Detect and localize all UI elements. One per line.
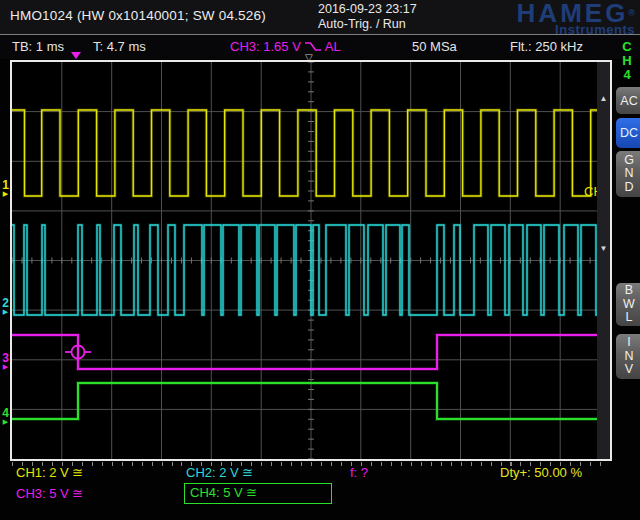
scroll-up-icon[interactable]: ▲ — [597, 95, 610, 103]
ch1-readout[interactable]: CH1: 2 V ≅ — [16, 465, 83, 480]
channel-ch1-position-marker[interactable]: 1▶ — [0, 180, 11, 199]
freq-readout: f: ? — [350, 465, 368, 480]
datetime-block: 2016-09-23 23:17 Auto-Trig. / Run — [318, 2, 417, 32]
timebase-readout: TB: 1 ms — [12, 39, 64, 54]
menu-scrollbar: ▲ ▼ — [597, 62, 610, 459]
ch4-readout-box[interactable]: CH4: 5 V ≅ — [184, 483, 332, 504]
softkey-ac[interactable]: AC — [616, 87, 640, 114]
channel-ch2-position-marker[interactable]: 2▶ — [0, 298, 11, 317]
channel-ch3-position-marker[interactable]: 3▶ — [0, 353, 11, 372]
oscilloscope-screen: HMO1024 (HW 0x10140001; SW 04.526) 2016-… — [0, 0, 640, 520]
duty-cycle-readout: Dty+: 50.00 % — [500, 465, 582, 480]
ch3-readout[interactable]: CH3: 5 V ≅ — [16, 486, 83, 501]
scroll-down-icon[interactable]: ▼ — [597, 245, 610, 253]
waveform-display: CH. ▲ ▼ — [10, 60, 612, 461]
trigger-mode-suffix: AL — [325, 39, 341, 54]
softkey-gnd[interactable]: GND — [616, 151, 640, 197]
hameg-logo: HAMEG® Instruments — [517, 0, 635, 37]
softkey-bwl[interactable]: BWL — [616, 283, 640, 326]
filter-readout: Flt.: 250 kHz — [510, 39, 583, 54]
ch4-readout: CH4: 5 V ≅ — [190, 485, 257, 500]
softkey-dc[interactable]: DC — [616, 118, 640, 148]
trigger-source-level: CH3: 1.65 V — [230, 39, 301, 54]
softkey-inv[interactable]: INV — [616, 334, 640, 379]
datetime-label: 2016-09-23 23:17 — [318, 2, 417, 17]
waveform-plot: CH. — [12, 62, 610, 459]
trigger-level-readout: CH3: 1.65 VAL — [230, 39, 341, 54]
channel-ch4-position-marker[interactable]: 4▶ — [0, 408, 11, 427]
sample-rate-readout: 50 MSa — [412, 39, 457, 54]
ch2-readout[interactable]: CH2: 2 V ≅ — [186, 465, 253, 480]
trigger-position-marker[interactable] — [71, 52, 81, 59]
registered-mark: ® — [628, 8, 635, 18]
status-bar: TB: 1 ms T: 4.7 ms CH3: 1.65 VAL 50 MSa … — [0, 35, 640, 59]
menu-channel-label: CH4 — [621, 40, 633, 82]
trigger-status-label: Auto-Trig. / Run — [318, 17, 417, 32]
trigger-time-readout: T: 4.7 ms — [93, 39, 146, 54]
trace-ch2 — [12, 225, 610, 315]
device-id: HMO1024 (HW 0x10140001; SW 04.526) — [10, 8, 266, 23]
header-bar: HMO1024 (HW 0x10140001; SW 04.526) 2016-… — [0, 0, 640, 35]
